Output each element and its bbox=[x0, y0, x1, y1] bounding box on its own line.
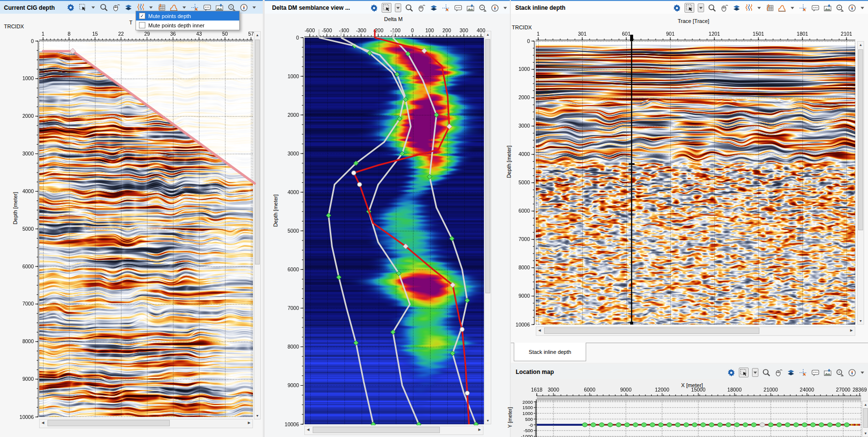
layers-icon[interactable] bbox=[124, 3, 133, 12]
map-y-axis-title: Y [meter] bbox=[507, 403, 513, 432]
scroll-thumb[interactable] bbox=[858, 49, 863, 230]
horizontal-scrollbar[interactable]: ◀ ▶ bbox=[39, 419, 253, 428]
scroll-left-arrow[interactable]: ◀ bbox=[42, 421, 44, 425]
menu-item-label: Mute points depth inner bbox=[148, 22, 205, 28]
table-icon[interactable] bbox=[765, 3, 774, 12]
panel-title: Delta DM semblance view ... bbox=[272, 4, 350, 11]
map-x-axis-title: X [meter] bbox=[681, 382, 703, 388]
layers-icon[interactable] bbox=[429, 3, 438, 12]
mouse-icon[interactable] bbox=[417, 3, 426, 12]
dropdown-caret[interactable] bbox=[752, 368, 758, 377]
crosshair-icon[interactable] bbox=[441, 3, 450, 12]
measure-icon[interactable] bbox=[478, 3, 487, 12]
histogram-icon[interactable] bbox=[777, 3, 786, 12]
area-select-icon[interactable] bbox=[739, 368, 749, 377]
gear-icon[interactable] bbox=[727, 368, 735, 377]
layers-icon[interactable] bbox=[732, 3, 741, 12]
layers-icon[interactable] bbox=[786, 368, 795, 377]
vertical-scrollbar[interactable]: ▲ ▼ bbox=[254, 31, 261, 419]
comment-icon[interactable] bbox=[811, 3, 820, 12]
scroll-right-arrow[interactable]: ▶ bbox=[479, 428, 481, 432]
vertical-scrollbar[interactable]: ▲ ▼ bbox=[857, 41, 864, 325]
scroll-up-arrow[interactable]: ▲ bbox=[863, 403, 868, 406]
tab-label: Stack inline depth bbox=[529, 349, 571, 355]
crosshair-icon[interactable] bbox=[799, 3, 807, 12]
scroll-up-arrow[interactable]: ▲ bbox=[858, 43, 864, 46]
image-icon[interactable] bbox=[823, 368, 832, 377]
dropdown-caret[interactable] bbox=[182, 3, 187, 11]
mute-points-menu: ✓ Mute points depth Mute points depth in… bbox=[136, 11, 240, 30]
scroll-thumb[interactable] bbox=[313, 427, 440, 433]
semblance-axis-title: Delta M bbox=[384, 16, 403, 22]
menu-item-mute-points-depth-inner[interactable]: Mute points depth inner bbox=[136, 21, 239, 30]
semblance-depth-axis-title: Depth [meter] bbox=[273, 189, 278, 233]
zoom-icon[interactable] bbox=[99, 3, 108, 12]
zoom-icon[interactable] bbox=[762, 368, 771, 377]
compass-icon[interactable] bbox=[847, 3, 856, 12]
compass-icon[interactable] bbox=[847, 368, 856, 377]
scroll-up-arrow[interactable]: ▲ bbox=[485, 33, 491, 36]
scroll-down-arrow[interactable]: ▼ bbox=[254, 414, 260, 417]
measure-icon[interactable] bbox=[835, 3, 844, 12]
scroll-down-arrow[interactable]: ▼ bbox=[485, 419, 491, 422]
measure-icon[interactable] bbox=[835, 368, 844, 377]
cig-gather-plot[interactable] bbox=[39, 41, 253, 417]
image-icon[interactable] bbox=[466, 3, 475, 12]
semblance-plot[interactable] bbox=[304, 38, 484, 424]
area-select-icon[interactable] bbox=[78, 3, 87, 12]
scroll-down-arrow[interactable]: ▼ bbox=[858, 319, 864, 323]
dropdown-caret[interactable] bbox=[251, 3, 257, 11]
scroll-thumb[interactable] bbox=[47, 420, 170, 426]
scroll-down-arrow[interactable]: ▼ bbox=[863, 432, 868, 435]
dropdown-caret[interactable] bbox=[790, 4, 795, 12]
compass-icon[interactable] bbox=[239, 3, 248, 12]
scroll-right-arrow[interactable]: ▶ bbox=[850, 328, 853, 332]
wiggle-icon[interactable] bbox=[744, 3, 753, 12]
vertical-scrollbar[interactable]: ▲ ▼ bbox=[484, 31, 491, 424]
scroll-thumb[interactable] bbox=[544, 328, 759, 334]
stack-depth-axis-title: Depth [meter] bbox=[506, 140, 512, 184]
vertical-scrollbar[interactable]: ▲ ▼ bbox=[862, 401, 868, 437]
horizontal-scrollbar[interactable]: ◀ ▶ bbox=[536, 327, 855, 336]
dropdown-caret[interactable] bbox=[860, 369, 865, 376]
scroll-up-arrow[interactable]: ▲ bbox=[254, 33, 260, 37]
scroll-thumb[interactable] bbox=[863, 408, 868, 428]
panel-location-map: Location map bbox=[511, 363, 868, 437]
area-select-icon[interactable] bbox=[685, 3, 694, 13]
mouse-icon[interactable] bbox=[774, 368, 783, 377]
mouse-icon[interactable] bbox=[720, 3, 729, 12]
comment-icon[interactable] bbox=[454, 3, 462, 12]
mouse-icon[interactable] bbox=[112, 3, 120, 12]
dropdown-caret[interactable] bbox=[503, 4, 508, 12]
gear-icon[interactable] bbox=[66, 3, 75, 12]
gear-icon[interactable] bbox=[369, 3, 378, 12]
horizontal-scrollbar[interactable]: ◀ ▶ bbox=[304, 426, 483, 435]
dropdown-caret[interactable] bbox=[395, 3, 401, 12]
comment-icon[interactable] bbox=[811, 368, 820, 377]
checkbox-checked-icon[interactable]: ✓ bbox=[139, 13, 145, 19]
dropdown-caret[interactable] bbox=[91, 3, 96, 11]
stack-seismic-plot[interactable] bbox=[536, 41, 855, 325]
scroll-left-arrow[interactable]: ◀ bbox=[307, 428, 309, 432]
panel-toolbar bbox=[672, 3, 865, 13]
zoom-icon[interactable] bbox=[708, 3, 716, 12]
scroll-right-arrow[interactable]: ▶ bbox=[248, 421, 251, 425]
scroll-thumb[interactable] bbox=[485, 39, 490, 293]
gear-icon[interactable] bbox=[672, 3, 681, 12]
area-select-icon[interactable] bbox=[382, 3, 391, 13]
menu-item-label: Mute points depth bbox=[148, 13, 191, 19]
dropdown-caret[interactable] bbox=[148, 3, 154, 11]
image-icon[interactable] bbox=[823, 3, 832, 12]
scroll-left-arrow[interactable]: ◀ bbox=[538, 328, 541, 332]
menu-item-mute-points-depth[interactable]: ✓ Mute points depth bbox=[136, 11, 239, 21]
dropdown-caret[interactable] bbox=[698, 3, 704, 12]
dropdown-caret[interactable] bbox=[860, 4, 865, 12]
scroll-thumb[interactable] bbox=[255, 40, 260, 264]
dropdown-caret[interactable] bbox=[756, 4, 762, 12]
zoom-icon[interactable] bbox=[405, 3, 413, 12]
tab-stack-inline-depth[interactable]: Stack inline depth bbox=[514, 343, 586, 361]
compass-icon[interactable] bbox=[490, 3, 499, 12]
panel-toolbar bbox=[369, 3, 508, 13]
crosshair-icon[interactable] bbox=[799, 368, 807, 377]
checkbox-unchecked-icon[interactable] bbox=[139, 22, 145, 28]
